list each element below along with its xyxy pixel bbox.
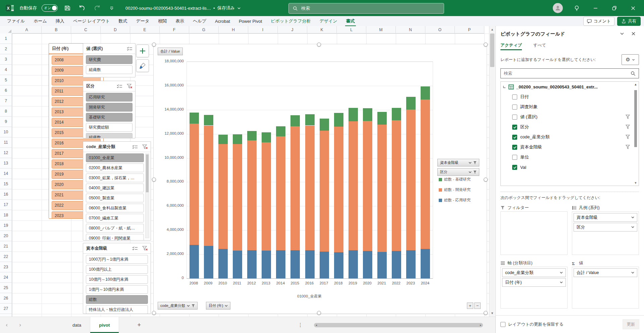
slicer-item[interactable]: 研究費総額 [86, 123, 132, 132]
row-header-1[interactable]: 1 [0, 34, 12, 44]
slicer-item[interactable]: 04000_建設業 [86, 184, 144, 192]
selection-handle[interactable] [152, 43, 156, 47]
chart-elements-button[interactable] [136, 45, 149, 57]
column-header-C[interactable]: C [71, 26, 101, 34]
bar-segment[interactable] [348, 108, 358, 121]
slicer-item[interactable]: 組織数 [86, 133, 132, 138]
ribbon-tab-ヘルプ[interactable]: ヘルプ [189, 16, 211, 26]
sheet-tab-menu-icon[interactable]: ⋮ [298, 322, 303, 328]
horizontal-scrollbar-thumb[interactable]: ◂▸ [314, 323, 483, 327]
slicer-item[interactable]: 100億円以上 [86, 265, 148, 274]
field-checkbox[interactable] [512, 155, 517, 160]
bar-segment[interactable] [363, 108, 372, 121]
bar-segment[interactable] [233, 134, 242, 144]
slicer-scrollbar[interactable] [145, 153, 149, 238]
row-header-11[interactable]: 11 [0, 137, 12, 148]
column-header-E[interactable]: E [130, 26, 160, 34]
share-button[interactable]: 共有 [617, 17, 641, 26]
slicer-item[interactable]: 総数 [86, 295, 148, 304]
bar-segment[interactable] [334, 127, 343, 252]
bar-segment[interactable] [392, 108, 401, 120]
field-list-scrollbar-thumb[interactable] [634, 90, 637, 147]
selection-handle[interactable] [484, 178, 488, 182]
area-dropzone-filters[interactable] [500, 211, 568, 255]
slicer-value-select[interactable]: 値 (選択)研究費組織数 [83, 43, 136, 77]
area-chip-資本金階級[interactable]: 資本金階級 [574, 213, 637, 222]
legend-field-button-区分[interactable]: 区分 [437, 168, 479, 176]
row-header-19[interactable]: 19 [0, 220, 12, 231]
slicer-item[interactable]: 05000_製造業 [86, 194, 144, 202]
pane-chevron-down-icon[interactable] [616, 31, 628, 37]
field-row-単位[interactable]: 単位 [501, 152, 639, 162]
bar-segment[interactable] [406, 97, 416, 110]
selection-handle[interactable] [484, 311, 488, 315]
bar-segment[interactable] [305, 250, 315, 278]
area-chip-区分[interactable]: 区分 [574, 223, 637, 231]
field-checkbox[interactable] [512, 105, 517, 110]
column-header-L[interactable]: L [337, 26, 366, 34]
bar-segment[interactable] [190, 245, 199, 278]
row-header-27[interactable]: 27 [0, 304, 12, 314]
bar-segment[interactable] [218, 144, 228, 249]
scroll-up-arrow-icon[interactable]: ▲ [489, 27, 495, 32]
legend-field-button-資本金階級[interactable]: 資本金階級 [437, 159, 479, 166]
vertical-scrollbar-thumb[interactable] [490, 34, 494, 67]
bar-segment[interactable] [348, 250, 358, 278]
funnel-icon[interactable] [626, 115, 630, 119]
sheet-nav-prev-icon[interactable]: ‹ [0, 322, 13, 328]
comments-button[interactable]: コメント [583, 17, 614, 26]
vertical-scrollbar[interactable]: ▲ ▼ [489, 26, 495, 317]
ribbon-tab-ページ レイアウト[interactable]: ページ レイアウト [69, 16, 114, 26]
bar-segment[interactable] [320, 252, 329, 278]
ribbon-tab-校閲[interactable]: 校閲 [154, 16, 171, 26]
slicer-item[interactable]: 09000_印刷・同関連業 [86, 234, 144, 240]
ribbon-tab-デザイン[interactable]: デザイン [315, 16, 341, 26]
ribbon-tab-ピボットグラフ分析[interactable]: ピボットグラフ分析 [266, 16, 315, 26]
chevron-down-icon[interactable] [560, 271, 563, 274]
pane-tools-button[interactable]: ⚙ [622, 54, 639, 65]
ribbon-tab-データ[interactable]: データ [132, 16, 154, 26]
document-title[interactable]: 00200-soumu-00200543-50401-extract-lis… [125, 6, 211, 11]
bar-segment[interactable] [262, 132, 271, 142]
save-icon[interactable] [62, 3, 72, 13]
chart-value-field-button[interactable]: 合計 / Value [158, 48, 183, 55]
bar-segment[interactable] [421, 86, 430, 100]
column-header-K[interactable]: K [307, 26, 337, 34]
column-header-N[interactable]: N [396, 26, 425, 34]
slicer-item[interactable]: 10億円～100億円未満 [86, 275, 148, 284]
row-header-12[interactable]: 12 [0, 148, 12, 158]
slicer-scrollbar-thumb[interactable] [146, 154, 149, 192]
column-header-M[interactable]: M [366, 26, 396, 34]
row-header-9[interactable]: 9 [0, 117, 12, 127]
scroll-down-arrow-icon[interactable]: ▼ [634, 181, 638, 185]
selection-handle[interactable] [317, 43, 321, 47]
select-all-corner[interactable] [0, 26, 12, 34]
pane-search-input[interactable]: 検索 [500, 68, 639, 78]
slicer-item[interactable]: 01000_全産業 [86, 153, 144, 162]
row-header-2[interactable]: 2 [0, 44, 12, 54]
collapse-field-button[interactable]: − [474, 303, 481, 309]
autosave-toggle[interactable]: オン [42, 4, 58, 12]
bar-segment[interactable] [348, 121, 358, 250]
row-header-25[interactable]: 25 [0, 283, 12, 293]
field-checkbox[interactable] [512, 145, 517, 150]
column-header-F[interactable]: F [160, 26, 189, 34]
bar-segment[interactable] [290, 250, 300, 278]
bar-segment[interactable] [421, 249, 430, 278]
slicer-item[interactable]: 基礎研究 [86, 113, 132, 122]
selection-handle[interactable] [317, 311, 321, 315]
field-row-区分[interactable]: 区分 [501, 122, 639, 132]
bar-segment[interactable] [262, 142, 271, 251]
ribbon-tab-ホーム[interactable]: ホーム [29, 16, 51, 26]
row-header-8[interactable]: 8 [0, 106, 12, 117]
avatar[interactable] [553, 3, 563, 13]
slicer-item[interactable]: 1000万円～1億円未満 [86, 255, 148, 264]
row-header-18[interactable]: 18 [0, 210, 12, 220]
bar-segment[interactable] [190, 113, 199, 124]
column-header-P[interactable]: P [455, 26, 484, 34]
hscroll-right-arrow-icon[interactable]: ▸ [480, 324, 481, 327]
bar-segment[interactable] [377, 112, 387, 124]
area-chip-日付 (年)[interactable]: 日付 (年) [502, 278, 566, 287]
slicer-item[interactable]: 1億円～10億円未満 [86, 285, 148, 294]
bar-segment[interactable] [377, 125, 387, 252]
